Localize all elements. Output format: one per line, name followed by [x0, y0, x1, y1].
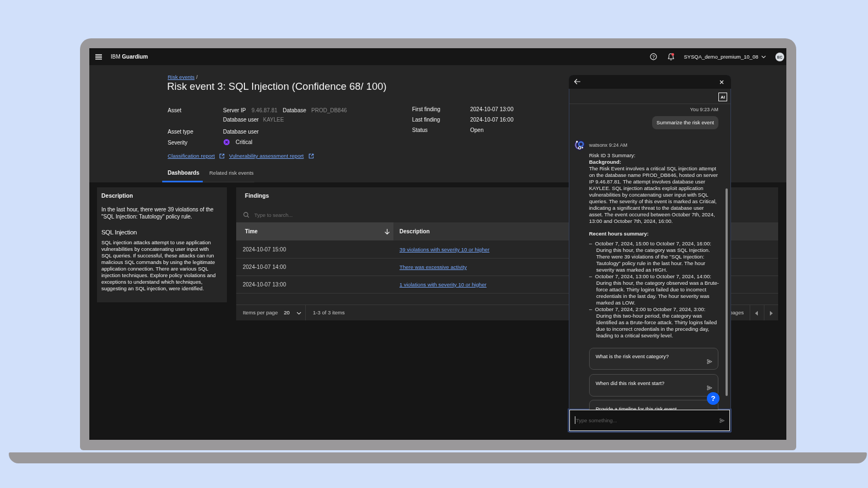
- svg-text:?: ?: [652, 54, 655, 60]
